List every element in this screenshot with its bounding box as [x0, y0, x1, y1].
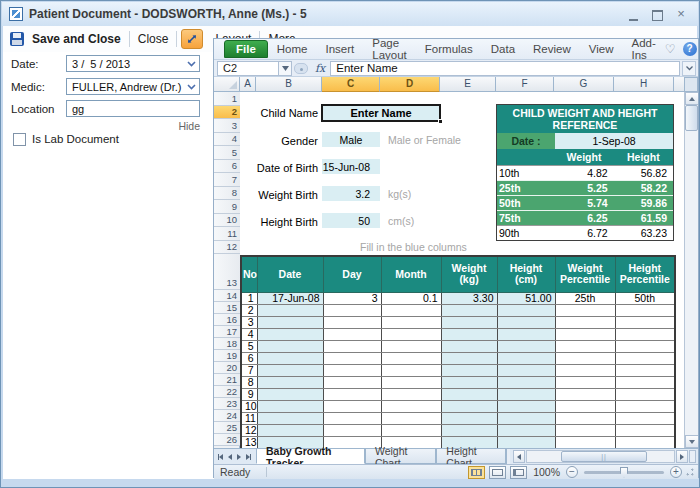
select-all-corner[interactable] — [214, 77, 240, 92]
growth-cell[interactable] — [615, 328, 675, 340]
growth-cell[interactable] — [497, 376, 555, 388]
row-header-3[interactable]: 3 — [214, 119, 240, 133]
heart-icon[interactable]: ♡ — [665, 42, 676, 56]
growth-cell[interactable] — [441, 376, 497, 388]
page-layout-view-button[interactable] — [489, 466, 506, 479]
growth-cell[interactable] — [381, 304, 441, 316]
growth-cell[interactable]: 17-Jun-08 — [257, 292, 323, 304]
growth-cell[interactable] — [497, 340, 555, 352]
ribbon-tab-review[interactable]: Review — [524, 41, 580, 57]
vertical-scrollbar[interactable] — [684, 92, 698, 448]
name-box[interactable]: C2 — [217, 61, 279, 76]
row-header-26[interactable]: 26 — [214, 434, 240, 446]
growth-cell[interactable] — [615, 412, 675, 424]
help-icon[interactable]: ? — [683, 42, 697, 56]
growth-cell[interactable] — [257, 328, 323, 340]
growth-cell[interactable] — [615, 424, 675, 436]
growth-cell[interactable] — [497, 364, 555, 376]
growth-cell[interactable]: 51.00 — [497, 292, 555, 304]
growth-cell[interactable] — [497, 316, 555, 328]
growth-cell[interactable] — [555, 352, 615, 364]
growth-cell[interactable] — [381, 352, 441, 364]
maximize-icon[interactable] — [650, 8, 664, 20]
ribbon-tab-page-layout[interactable]: Page Layout — [363, 35, 416, 63]
column-header-f[interactable]: F — [496, 77, 554, 92]
row-header-23[interactable]: 23 — [214, 398, 240, 410]
prev-sheet-icon[interactable] — [228, 454, 232, 460]
growth-cell[interactable]: 0.1 — [381, 292, 441, 304]
growth-cell[interactable] — [555, 364, 615, 376]
row-header-16[interactable]: 16 — [214, 314, 240, 326]
hide-link[interactable]: Hide — [163, 120, 200, 132]
growth-cell[interactable] — [497, 352, 555, 364]
growth-cell[interactable]: 5 — [241, 340, 257, 352]
growth-cell[interactable] — [497, 388, 555, 400]
growth-cell[interactable] — [257, 340, 323, 352]
reference-date-cell[interactable]: 1-Sep-08 — [555, 133, 673, 149]
growth-cell[interactable] — [381, 340, 441, 352]
row-header-11[interactable]: 11 — [214, 227, 240, 241]
growth-cell[interactable] — [323, 352, 381, 364]
growth-cell[interactable] — [257, 376, 323, 388]
growth-cell[interactable] — [441, 412, 497, 424]
minimize-icon[interactable] — [626, 8, 640, 20]
row-header-4[interactable]: 4 — [214, 133, 240, 147]
growth-cell[interactable] — [497, 304, 555, 316]
growth-cell[interactable]: 10 — [241, 400, 257, 412]
medic-input[interactable]: FULLER, Andrew (Dr.) — [66, 78, 200, 95]
growth-cell[interactable] — [615, 400, 675, 412]
growth-cell[interactable] — [555, 424, 615, 436]
row-header-21[interactable]: 21 — [214, 374, 240, 386]
growth-cell[interactable] — [323, 424, 381, 436]
growth-cell[interactable]: 25th — [555, 292, 615, 304]
growth-cell[interactable] — [555, 388, 615, 400]
growth-cell[interactable] — [323, 340, 381, 352]
growth-cell[interactable] — [381, 388, 441, 400]
weight-birth-cell[interactable]: 3.2 — [322, 186, 380, 201]
row-header-15[interactable]: 15 — [214, 302, 240, 314]
row-header-10[interactable]: 10 — [214, 214, 240, 228]
row-header-5[interactable]: 5 — [214, 146, 240, 160]
row-header-24[interactable]: 24 — [214, 410, 240, 422]
gender-cell[interactable]: Male — [322, 132, 380, 147]
growth-cell[interactable] — [441, 352, 497, 364]
ribbon-tab-view[interactable]: View — [580, 41, 623, 57]
name-box-dropdown-icon[interactable] — [279, 61, 292, 76]
growth-cell[interactable] — [441, 364, 497, 376]
row-header-13[interactable]: 13 — [214, 254, 240, 290]
row-header-8[interactable]: 8 — [214, 187, 240, 201]
growth-cell[interactable] — [441, 304, 497, 316]
growth-cell[interactable]: 11 — [241, 412, 257, 424]
growth-cell[interactable] — [323, 316, 381, 328]
growth-cell[interactable] — [555, 304, 615, 316]
growth-cell[interactable] — [555, 328, 615, 340]
zoom-level[interactable]: 100% — [533, 466, 560, 478]
scroll-up-icon[interactable] — [685, 92, 698, 105]
row-header-14[interactable]: 14 — [214, 290, 240, 302]
ribbon-tab-file[interactable]: File — [224, 40, 268, 58]
growth-cell[interactable] — [555, 340, 615, 352]
hscroll-left-icon[interactable] — [513, 450, 525, 463]
growth-cell[interactable]: 6 — [241, 352, 257, 364]
ribbon-tab-home[interactable]: Home — [268, 41, 317, 57]
growth-cell[interactable] — [323, 412, 381, 424]
growth-cell[interactable]: 3 — [241, 316, 257, 328]
close-button[interactable]: Close — [130, 32, 177, 46]
column-header-h[interactable]: H — [614, 77, 674, 92]
sheet-tab-weight-chart[interactable]: Weight Chart — [365, 449, 436, 464]
growth-cell[interactable] — [257, 364, 323, 376]
column-header-g[interactable]: G — [554, 77, 614, 92]
zoom-out-icon[interactable]: − — [566, 466, 578, 478]
growth-cell[interactable] — [497, 436, 555, 448]
sheet-tab-height-chart[interactable]: Height Chart — [436, 449, 506, 464]
ribbon-tab-formulas[interactable]: Formulas — [416, 41, 482, 57]
growth-cell[interactable]: 2 — [241, 304, 257, 316]
save-and-close-button[interactable]: Save and Close — [24, 32, 129, 46]
growth-cell[interactable] — [497, 424, 555, 436]
growth-cell[interactable] — [497, 400, 555, 412]
column-header-a[interactable]: A — [240, 77, 256, 92]
growth-cell[interactable] — [323, 400, 381, 412]
expand-button[interactable] — [181, 29, 203, 49]
growth-cell[interactable]: 9 — [241, 388, 257, 400]
row-header-6[interactable]: 6 — [214, 160, 240, 174]
